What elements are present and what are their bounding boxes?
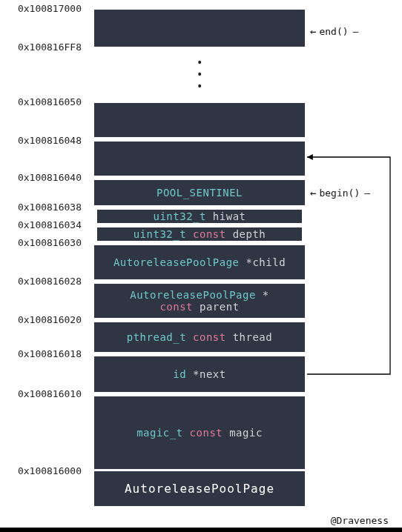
type-hiwat: uint32_t	[153, 210, 205, 222]
type-magic: magic_t	[136, 427, 183, 439]
annotation-end: end() —	[310, 25, 358, 37]
type-depth: uint32_t	[134, 228, 186, 240]
name-hiwat: hiwat	[213, 210, 246, 222]
annotation-end-label: end()	[319, 26, 348, 37]
struct-title-block: AutoreleasePoolPage	[92, 471, 307, 508]
text-pool-sentinel: POOL_SENTINEL	[156, 187, 243, 199]
slot-pool-sentinel: POOL_SENTINEL	[92, 178, 307, 207]
addr-0x100816048: 0x100816048	[0, 135, 82, 146]
kw-depth: const	[193, 228, 226, 240]
name-next: *next	[193, 368, 226, 380]
struct-title: AutoreleasePoolPage	[125, 482, 274, 496]
field-magic: magic_t const magic	[92, 394, 307, 471]
name-parent: parent	[200, 301, 240, 313]
addr-0x100816034: 0x100816034	[0, 219, 82, 230]
slot-empty-lower	[92, 139, 307, 178]
addr-0x100816010: 0x100816010	[0, 388, 82, 399]
field-parent: AutoreleasePoolPage * const parent	[92, 282, 307, 320]
name-thread: thread	[233, 331, 273, 343]
annotation-begin: begin() —	[310, 187, 370, 199]
addr-0x100816040: 0x100816040	[0, 172, 82, 183]
field-hiwat: uint32_t hiwat	[95, 207, 304, 225]
addr-0x100816FF8: 0x100816FF8	[0, 41, 82, 53]
type-parent: AutoreleasePoolPage	[130, 289, 256, 301]
field-depth: uint32_t const depth	[95, 225, 304, 243]
kw-thread: const	[193, 331, 226, 343]
addr-0x100816020: 0x100816020	[0, 314, 82, 325]
field-thread: pthread_t const thread	[92, 320, 307, 354]
addr-0x100816000: 0x100816000	[0, 465, 82, 476]
ellipsis-dot: •	[197, 71, 202, 77]
type-thread: pthread_t	[127, 331, 186, 343]
addr-0x100816018: 0x100816018	[0, 348, 82, 359]
kw-parent: const	[159, 301, 193, 313]
star-parent: *	[263, 289, 269, 301]
kw-magic: const	[190, 427, 223, 439]
pointer-next-arrow	[307, 148, 396, 385]
name-depth: depth	[233, 228, 266, 240]
credit: @Draveness	[331, 515, 389, 526]
annotation-begin-dash: —	[364, 187, 370, 199]
slot-end	[92, 7, 307, 49]
addr-0x100816028: 0x100816028	[0, 276, 82, 287]
name-magic: magic	[229, 427, 263, 439]
field-next: id *next	[92, 354, 307, 394]
type-child: AutoreleasePoolPage	[113, 256, 240, 268]
bottom-bar	[0, 528, 402, 532]
slot-empty-upper	[92, 101, 307, 139]
annotation-begin-label: begin()	[319, 187, 360, 199]
addr-0x100816050: 0x100816050	[0, 96, 82, 107]
addr-0x100817000: 0x100817000	[0, 3, 82, 14]
ellipsis-dot: •	[197, 59, 202, 65]
name-child: *child	[246, 256, 286, 268]
field-child: AutoreleasePoolPage *child	[92, 243, 307, 282]
addr-0x100816030: 0x100816030	[0, 237, 82, 248]
addr-0x100816038: 0x100816038	[0, 202, 82, 213]
annotation-end-dash: —	[353, 26, 359, 37]
ellipsis-dot: •	[197, 83, 202, 89]
type-next: id	[173, 368, 186, 380]
